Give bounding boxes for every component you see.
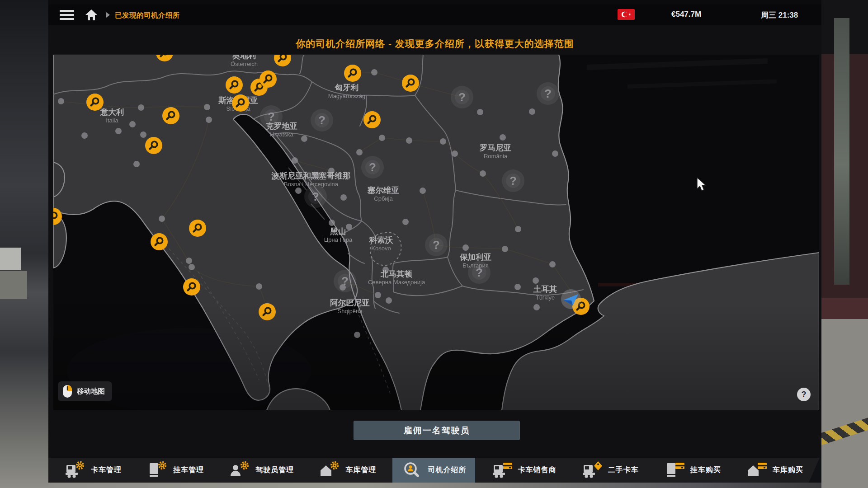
country-label: 塞尔维亚 [367, 186, 400, 195]
city-dot [533, 277, 539, 284]
city-dot [371, 69, 377, 75]
city-dot [406, 137, 412, 144]
agency-marker-discovered[interactable] [226, 76, 243, 94]
menu-icon[interactable] [60, 10, 74, 20]
country-label: 阿尔巴尼亚 [330, 298, 370, 307]
agency-marker-undiscovered[interactable]: ? [311, 109, 333, 131]
home-icon[interactable] [85, 9, 98, 21]
agency-marker-undiscovered[interactable]: ? [502, 169, 524, 192]
city-dot [346, 224, 352, 230]
move-map-hint: 移动地图 [58, 381, 112, 401]
truck-tag-icon [582, 460, 604, 480]
hire-driver-button[interactable]: 雇佣一名驾驶员 [354, 421, 520, 440]
agency-marker-undiscovered[interactable]: ? [361, 156, 384, 178]
city-dot [552, 150, 558, 157]
country-sublabel: Italia [106, 117, 118, 124]
country-label: 保加利亚 [459, 253, 492, 262]
agency-marker-undiscovered[interactable]: ? [468, 261, 491, 284]
garage-scene-floor [48, 483, 821, 488]
nav-item-label: 挂车管理 [173, 465, 204, 475]
city-dot [138, 104, 144, 111]
country-sublabel: Hrvatska [270, 131, 293, 138]
nav-item-driver-management[interactable]: 驾驶员管理 [220, 458, 303, 483]
country-sublabel: Türkiye [536, 294, 555, 301]
nav-item-label: 卡车管理 [91, 465, 122, 475]
country-label: 匈牙利 [335, 83, 359, 92]
nav-item-used-trucks[interactable]: 二手卡车 [573, 458, 648, 483]
city-dot [462, 244, 469, 251]
agency-marker-discovered[interactable] [344, 65, 361, 82]
country-sublabel: Shqipëria [338, 308, 363, 314]
agency-marker-undiscovered[interactable]: ? [537, 82, 559, 105]
agency-marker-undiscovered[interactable]: ? [425, 234, 448, 256]
nav-item-label: 司机介绍所 [428, 465, 466, 475]
nav-item-trailer-management[interactable]: 挂车管理 [138, 458, 213, 483]
country-sublabel: România [484, 153, 508, 160]
agency-marker-discovered[interactable] [145, 137, 162, 154]
country-sublabel: Kosovo [371, 245, 391, 252]
city-dot [133, 161, 140, 167]
city-dot [375, 292, 381, 298]
agency-marker-undiscovered[interactable]: ? [260, 105, 283, 128]
city-dot [502, 246, 508, 252]
agency-marker-undiscovered[interactable]: ? [304, 185, 327, 208]
bottom-nav: 卡车管理挂车管理驾驶员管理车库管理司机介绍所卡车销售商二手卡车挂车购买车库购买 [48, 458, 820, 483]
country-sublabel: Северна Македонија [368, 279, 425, 286]
crate [0, 271, 27, 299]
city-dot [440, 138, 446, 145]
agency-marker-discovered[interactable] [259, 303, 276, 320]
city-dot [533, 304, 540, 310]
agency-marker-discovered[interactable] [183, 278, 200, 296]
agency-marker-discovered[interactable] [259, 70, 277, 88]
country-sublabel: Црна Гора [324, 236, 353, 243]
city-dot [452, 150, 458, 157]
agency-map[interactable]: 奥地利Österreich斯洛文尼亚Slovenija匈牙利Magyarorsz… [53, 55, 819, 410]
city-dot [480, 170, 486, 177]
city-dot [140, 131, 146, 138]
top-bar: 已发现的司机介绍所 €547.7M 周三 21:38 [48, 5, 821, 25]
agency-marker-undiscovered[interactable]: ? [334, 270, 356, 292]
city-dot [206, 117, 212, 123]
agency-marker-discovered[interactable] [363, 111, 381, 128]
city-dot [256, 283, 262, 290]
game-time: 周三 21:38 [761, 10, 798, 20]
agency-marker-discovered[interactable] [151, 233, 168, 250]
city-dot [295, 188, 302, 194]
city-dot [477, 109, 483, 115]
agency-marker-discovered[interactable] [86, 94, 104, 111]
help-button[interactable]: ? [797, 388, 811, 401]
country-label: 罗马尼亚 [479, 143, 512, 152]
trailer-card-icon [664, 460, 686, 480]
svg-text:?: ? [341, 274, 349, 288]
nav-item-garage-management[interactable]: 车库管理 [310, 458, 385, 483]
nav-item-driver-agency[interactable]: 司机介绍所 [392, 458, 475, 483]
city-dot [301, 136, 307, 142]
city-dot [402, 219, 409, 225]
garage-scene-left [0, 0, 48, 488]
svg-text:?: ? [476, 266, 483, 279]
breadcrumb[interactable]: 已发现的司机介绍所 [115, 11, 180, 20]
agency-marker-undiscovered[interactable]: ? [451, 86, 473, 108]
nav-item-label: 挂车购买 [690, 465, 721, 475]
garage-gear-icon [319, 460, 341, 480]
nav-item-truck-dealer[interactable]: 卡车销售商 [483, 458, 566, 483]
city-dot [420, 188, 426, 194]
page-title: 你的司机介绍所网络 - 发现更多介绍所，以获得更大的选择范围 [48, 38, 821, 50]
agency-marker-discovered[interactable] [232, 94, 249, 112]
city-dot [58, 98, 64, 104]
agency-marker-discovered[interactable] [402, 75, 419, 92]
nav-item-truck-management[interactable]: 卡车管理 [56, 458, 131, 483]
turkey-flag-icon [618, 9, 635, 20]
nav-item-garage-purchase[interactable]: 车库购买 [737, 458, 812, 483]
country-label: 黑山 [330, 227, 346, 236]
nav-item-label: 二手卡车 [608, 465, 639, 475]
country-label: 科索沃 [369, 235, 393, 244]
agency-marker-discovered[interactable] [189, 220, 206, 237]
city-dot [500, 134, 506, 141]
breadcrumb-chevron-icon [106, 12, 110, 18]
nav-item-trailer-purchase[interactable]: 挂车购买 [655, 458, 730, 483]
nav-item-label: 卡车销售商 [518, 465, 557, 475]
city-dot [159, 216, 165, 222]
agency-marker-discovered[interactable] [162, 107, 179, 124]
nav-item-label: 车库购买 [773, 465, 803, 475]
